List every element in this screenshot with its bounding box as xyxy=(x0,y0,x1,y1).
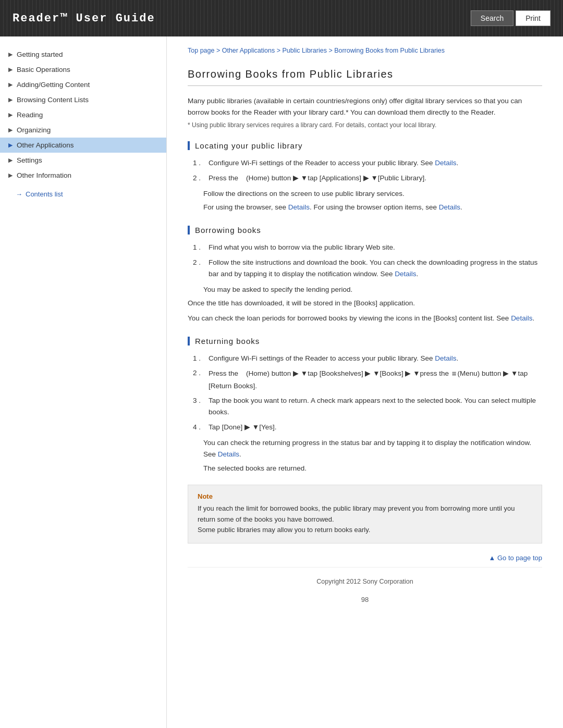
footer-copyright: Copyright 2012 Sony Corporation xyxy=(316,578,413,585)
search-button[interactable]: Search xyxy=(471,10,513,26)
step-number: 3 . xyxy=(193,395,209,406)
step-item: 4 . Tap [Done] ▶ ▼[Yes]. xyxy=(193,422,542,433)
sidebar-item-settings[interactable]: ▶ Settings xyxy=(0,153,166,168)
step-item: 1 . Find what you wish to borrow via the… xyxy=(193,242,542,253)
after-step-text: For using the browser, see Details. For … xyxy=(203,202,542,213)
note-line-2: Some public libraries may allow you to r… xyxy=(198,526,370,534)
main-content: Top page > Other Applications > Public L… xyxy=(167,36,563,728)
breadcrumb-top[interactable]: Top page xyxy=(188,47,214,54)
sidebar-item-other-information[interactable]: ▶ Other Information xyxy=(0,168,166,183)
note-line-1: If you reach the limit for borrowed book… xyxy=(198,504,515,523)
sidebar: ▶ Getting started ▶ Basic Operations ▶ A… xyxy=(0,36,167,728)
arrow-icon: ▶ xyxy=(8,142,13,149)
print-button[interactable]: Print xyxy=(516,10,550,26)
details-link[interactable]: Details xyxy=(435,159,456,167)
step-number: 1 . xyxy=(193,157,209,169)
after-step-text: You can check the returning progress in … xyxy=(203,437,542,461)
step-content: Tap [Done] ▶ ▼[Yes]. xyxy=(209,422,542,433)
step-list-locating: 1 . Configure Wi-Fi settings of the Read… xyxy=(193,157,542,184)
page-title: Borrowing Books from Public Libraries xyxy=(188,68,542,86)
sidebar-item-browsing-content-lists[interactable]: ▶ Browsing Content Lists xyxy=(0,92,166,107)
step-content: Configure Wi-Fi settings of the Reader t… xyxy=(209,157,542,169)
step-number: 2 . xyxy=(193,367,209,379)
step-number: 1 . xyxy=(193,242,209,253)
breadcrumb-other-apps[interactable]: Other Applications xyxy=(222,47,275,54)
step-number: 2 . xyxy=(193,172,209,184)
step-item: 2 . Press the (Home) button ▶ ▼tap [Appl… xyxy=(193,172,542,184)
note-box: Note If you reach the limit for borrowed… xyxy=(188,485,542,544)
arrow-right-icon: → xyxy=(16,190,22,198)
sidebar-label: Other Information xyxy=(17,171,71,179)
section-borrowing-title: Borrowing books xyxy=(188,226,542,235)
sidebar-label: Organizing xyxy=(17,126,51,134)
arrow-icon: ▶ xyxy=(8,157,13,164)
step-content: Press the (Home) button ▶ ▼tap [Bookshel… xyxy=(209,367,542,392)
arrow-icon: ▶ xyxy=(8,96,13,103)
contents-link-label: Contents list xyxy=(26,190,63,198)
details-link[interactable]: Details xyxy=(288,203,310,211)
step-list-borrowing: 1 . Find what you wish to borrow via the… xyxy=(193,242,542,280)
step-content: Tap the book you want to return. A check… xyxy=(209,395,542,418)
after-step-text: You can check the loan periods for borro… xyxy=(188,313,542,324)
section-returning-title: Returning books xyxy=(188,337,542,346)
after-step-text: The selected books are returned. xyxy=(203,463,542,474)
footer: Copyright 2012 Sony Corporation xyxy=(188,567,542,590)
step-content: Follow the site instructions and downloa… xyxy=(209,257,542,280)
sidebar-item-adding-content[interactable]: ▶ Adding/Getting Content xyxy=(0,77,166,92)
section-locating-title: Locating your public library xyxy=(188,141,542,150)
breadcrumb: Top page > Other Applications > Public L… xyxy=(188,46,542,56)
details-link[interactable]: Details xyxy=(439,203,460,211)
step-item: 1 . Configure Wi-Fi settings of the Read… xyxy=(193,353,542,364)
section-borrowing: Borrowing books 1 . Find what you wish t… xyxy=(188,226,542,324)
note-text: If you reach the limit for borrowed book… xyxy=(198,503,532,536)
sidebar-label: Getting started xyxy=(17,51,63,58)
sidebar-item-other-applications[interactable]: ▶ Other Applications xyxy=(0,138,166,153)
indent-text: You may be asked to specify the lending … xyxy=(203,284,542,295)
sidebar-label: Other Applications xyxy=(17,141,74,149)
step-number: 4 . xyxy=(193,422,209,433)
sidebar-item-reading[interactable]: ▶ Reading xyxy=(0,107,166,122)
step-item: 3 . Tap the book you want to return. A c… xyxy=(193,395,542,418)
section-locating: Locating your public library 1 . Configu… xyxy=(188,141,542,213)
contents-list-link[interactable]: → Contents list xyxy=(0,185,166,203)
arrow-icon: ▶ xyxy=(8,127,13,133)
sidebar-label: Reading xyxy=(17,111,43,119)
arrow-icon: ▶ xyxy=(8,51,13,58)
step-content: Configure Wi-Fi settings of the Reader t… xyxy=(209,353,542,364)
menu-icon xyxy=(452,367,457,380)
app-title: Reader™ User Guide xyxy=(13,12,155,25)
step-content: Press the (Home) button ▶ ▼tap [Applicat… xyxy=(209,172,542,184)
sidebar-label: Settings xyxy=(17,156,42,164)
step-list-returning: 1 . Configure Wi-Fi settings of the Read… xyxy=(193,353,542,433)
go-to-top-link[interactable]: ▲ Go to page top xyxy=(188,554,542,562)
step-number: 2 . xyxy=(193,257,209,268)
page-number: 98 xyxy=(188,590,542,609)
breadcrumb-public-libraries[interactable]: Public Libraries xyxy=(282,47,326,54)
section-returning: Returning books 1 . Configure Wi-Fi sett… xyxy=(188,337,542,474)
step-item: 2 . Press the (Home) button ▶ ▼tap [Book… xyxy=(193,367,542,392)
arrow-icon: ▶ xyxy=(8,112,13,118)
details-link[interactable]: Details xyxy=(435,354,456,362)
sidebar-item-getting-started[interactable]: ▶ Getting started xyxy=(0,47,166,62)
sidebar-label: Adding/Getting Content xyxy=(17,81,90,89)
details-link[interactable]: Details xyxy=(395,270,416,278)
after-step-text: Follow the directions on the screen to u… xyxy=(203,188,542,200)
arrow-icon: ▶ xyxy=(8,66,13,73)
footnote-text: * Using public library services requires… xyxy=(188,121,542,129)
breadcrumb-current[interactable]: Borrowing Books from Public Libraries xyxy=(334,47,445,54)
sidebar-label: Basic Operations xyxy=(17,66,70,73)
sidebar-label: Browsing Content Lists xyxy=(17,96,89,104)
sidebar-item-basic-operations[interactable]: ▶ Basic Operations xyxy=(0,62,166,77)
layout: ▶ Getting started ▶ Basic Operations ▶ A… xyxy=(0,36,563,728)
details-link[interactable]: Details xyxy=(218,450,239,458)
step-item: 1 . Configure Wi-Fi settings of the Read… xyxy=(193,157,542,169)
sidebar-item-organizing[interactable]: ▶ Organizing xyxy=(0,122,166,138)
details-link[interactable]: Details xyxy=(511,314,532,322)
step-item: 2 . Follow the site instructions and dow… xyxy=(193,257,542,280)
arrow-icon: ▶ xyxy=(8,81,13,88)
header: Reader™ User Guide Search Print xyxy=(0,0,563,36)
step-number: 1 . xyxy=(193,353,209,364)
step-content: Find what you wish to borrow via the pub… xyxy=(209,242,542,253)
arrow-icon: ▶ xyxy=(8,172,13,179)
after-step-text: Once the title has downloaded, it will b… xyxy=(188,298,542,309)
